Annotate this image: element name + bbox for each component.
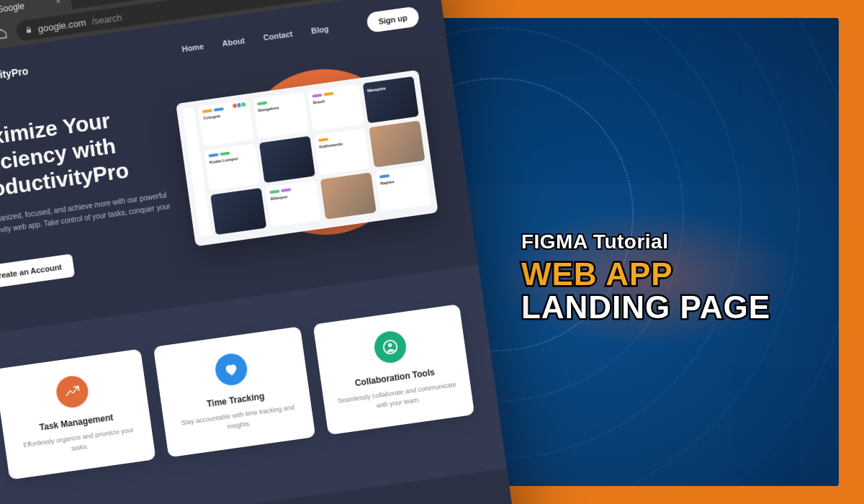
landing-page: ProductivityPro Home About Contact Blog … [0, 0, 521, 504]
thumbnail-title: FIGMA Tutorial WEB APP LANDING PAGE [521, 230, 770, 324]
heart-icon [213, 351, 249, 387]
dashboard-mockup: Cologne Bangalore Brazil Memphis Kuala L… [176, 70, 438, 246]
nav-link-blog[interactable]: Blog [310, 24, 329, 35]
hero-headline: Maximize Your Efficiency with Productivi… [0, 98, 186, 205]
signup-button[interactable]: Sign up [366, 6, 420, 33]
close-tab-icon[interactable]: × [55, 0, 62, 6]
hero-illustration: Cologne Bangalore Brazil Memphis Kuala L… [189, 62, 448, 259]
lock-icon [24, 26, 32, 34]
new-tab-button[interactable]: + [73, 0, 94, 4]
home-button[interactable] [0, 27, 9, 41]
hero-subtext: Stay organized, focused, and achieve mor… [0, 189, 177, 251]
trending-up-icon [54, 374, 90, 410]
svg-point-1 [388, 343, 392, 347]
url-domain: google.com [37, 17, 87, 34]
overlay-line-2: WEB APP [521, 258, 770, 291]
create-account-button[interactable]: Create an Account [0, 253, 75, 289]
feature-card-task: Task Management Effortlessly organize an… [0, 348, 156, 480]
feature-card-collab: Collaboration Tools Seamlessly collabora… [312, 304, 474, 435]
nav-link-contact[interactable]: Contact [263, 30, 293, 42]
nav-link-home[interactable]: Home [181, 42, 204, 53]
nav-link-about[interactable]: About [222, 36, 246, 48]
site-logo[interactable]: ProductivityPro [0, 65, 29, 86]
user-circle-icon [372, 329, 408, 365]
tab-title: Google [0, 1, 25, 14]
overlay-line-3: LANDING PAGE [521, 291, 770, 324]
feature-card-time: Time Tracking Stay accountable with time… [153, 326, 315, 457]
overlay-line-1: FIGMA Tutorial [521, 230, 770, 253]
url-path: /search [91, 12, 122, 27]
browser-window: Google × + google.com/search ⋮ Productiv… [0, 0, 521, 504]
